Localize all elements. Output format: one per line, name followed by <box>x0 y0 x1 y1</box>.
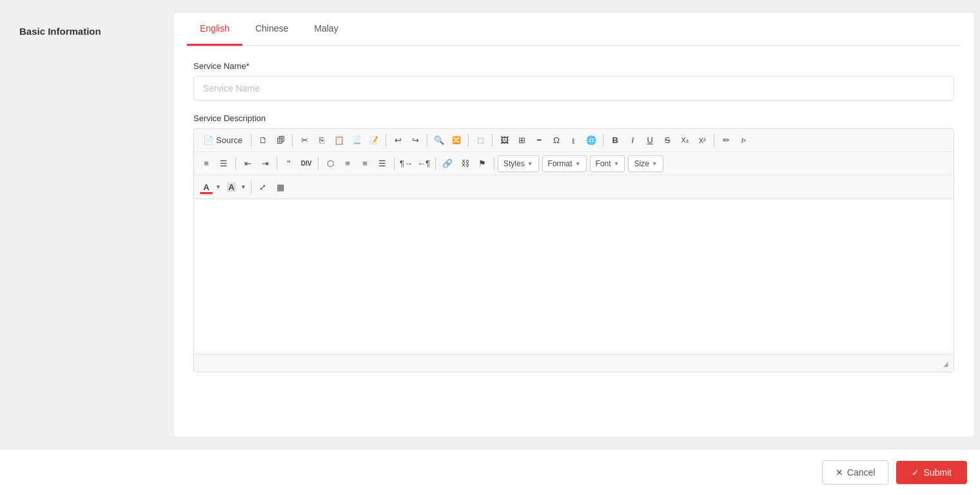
font-color-indicator <box>200 192 213 194</box>
divider-8 <box>714 134 714 147</box>
align-center-button[interactable]: ≡ <box>339 155 356 172</box>
ltr-button[interactable]: ¶→ <box>398 155 415 172</box>
cancel-icon: ✕ <box>836 467 843 478</box>
source-button[interactable]: 📄 Source <box>198 132 248 149</box>
bold-button[interactable]: B <box>607 132 623 149</box>
main-content: English Chinese Malay Service Name* Serv… <box>174 13 974 436</box>
page-break-button[interactable]: ⫿ <box>565 132 582 149</box>
anchor-button[interactable]: ⚑ <box>474 155 491 172</box>
bg-color-dropdown-arrow[interactable]: ▼ <box>240 184 246 190</box>
new-doc-button[interactable]: 🗋 <box>255 132 271 149</box>
font-color-icon: A <box>203 182 209 192</box>
align-justify-button[interactable]: ☰ <box>374 155 391 172</box>
service-description-label: Service Description <box>193 113 954 123</box>
document-icon: 📄 <box>203 135 213 145</box>
rich-text-editor: 📄 Source 🗋 🗐 ✂ ⎘ 📋 📃 📝 <box>193 128 954 373</box>
table-button[interactable]: ⊞ <box>513 132 530 149</box>
styles-arrow-icon: ▼ <box>527 160 533 167</box>
image-button[interactable]: 🖼 <box>496 132 513 149</box>
align-right-button[interactable]: ≡ <box>357 155 373 172</box>
cut-button[interactable]: ✂ <box>296 132 313 149</box>
div-button[interactable]: DIV <box>298 155 315 172</box>
replace-button[interactable]: 🔀 <box>448 132 465 149</box>
toolbar-row-2: ≡ ☰ ⇤ ⇥ " DIV ⬡ ≡ ≡ ☰ <box>194 152 954 175</box>
size-dropdown[interactable]: Size ▼ <box>628 155 663 172</box>
paste-text-button[interactable]: 📃 <box>348 132 365 149</box>
rtl-button[interactable]: ←¶ <box>415 155 432 172</box>
strikethrough-button[interactable]: S <box>659 132 676 149</box>
ordered-list-button[interactable]: ≡ <box>198 155 215 172</box>
divider-5 <box>468 134 469 147</box>
align-left-button[interactable]: ⬡ <box>322 155 338 172</box>
italic-button[interactable]: I <box>624 132 641 149</box>
bg-color-button[interactable]: A <box>223 179 240 195</box>
special-char-button[interactable]: Ω <box>548 132 565 149</box>
increase-indent-button[interactable]: ⇥ <box>257 155 273 172</box>
font-label: Font <box>596 159 611 168</box>
bg-color-icon: A <box>227 182 235 192</box>
decrease-indent-button[interactable]: ⇤ <box>239 155 256 172</box>
paste-from-word-button[interactable]: 📝 <box>366 132 382 149</box>
horizontal-line-button[interactable]: ━ <box>531 132 547 149</box>
divider-9 <box>235 157 236 170</box>
font-color-dropdown-arrow[interactable]: ▼ <box>215 184 221 190</box>
footer-bar: ✕ Cancel ✓ Submit <box>0 449 980 495</box>
divider-14 <box>494 157 495 170</box>
service-name-label: Service Name* <box>193 61 954 71</box>
divider-12 <box>394 157 395 170</box>
service-name-input[interactable] <box>193 76 954 101</box>
find-button[interactable]: 🔍 <box>431 132 447 149</box>
cancel-label: Cancel <box>847 467 876 478</box>
divider-2 <box>292 134 293 147</box>
redo-button[interactable]: ↪ <box>407 132 424 149</box>
remove-format-button[interactable]: ✏ <box>718 132 734 149</box>
toolbar-row-3: A ▼ A ▼ ⤢ ▦ <box>194 175 954 199</box>
blockquote-button[interactable]: " <box>280 155 297 172</box>
unordered-list-button[interactable]: ☰ <box>215 155 232 172</box>
divider-6 <box>492 134 493 147</box>
divider-10 <box>277 157 277 170</box>
format-dropdown[interactable]: Format ▼ <box>542 155 587 172</box>
service-description-group: Service Description 📄 Source 🗋 🗐 <box>193 113 954 373</box>
editor-toolbar: 📄 Source 🗋 🗐 ✂ ⎘ 📋 📃 📝 <box>194 129 954 199</box>
size-arrow-icon: ▼ <box>652 160 658 167</box>
cancel-button[interactable]: ✕ Cancel <box>822 460 889 485</box>
copy-button[interactable]: ⎘ <box>313 132 330 149</box>
iframe-button[interactable]: 🌐 <box>583 132 600 149</box>
select-all-button[interactable]: ⬚ <box>472 132 489 149</box>
templates-button[interactable]: 🗐 <box>272 132 289 149</box>
submit-button[interactable]: ✓ Submit <box>896 461 967 484</box>
divider-4 <box>427 134 427 147</box>
divider-3 <box>386 134 386 147</box>
tab-english[interactable]: English <box>187 13 242 46</box>
format-label: Format <box>548 159 573 168</box>
editor-content-area[interactable] <box>194 199 954 354</box>
underline-button[interactable]: U <box>642 132 658 149</box>
service-name-group: Service Name* <box>193 61 954 101</box>
submit-icon: ✓ <box>912 467 919 478</box>
styles-label: Styles <box>504 159 525 168</box>
format-arrow-icon: ▼ <box>575 160 581 167</box>
styles-dropdown[interactable]: Styles ▼ <box>498 155 539 172</box>
unlink-button[interactable]: ⛓ <box>456 155 473 172</box>
submit-label: Submit <box>923 467 952 478</box>
divider-1 <box>251 134 251 147</box>
undo-button[interactable]: ↩ <box>389 132 406 149</box>
maximize-button[interactable]: ⤢ <box>255 179 271 195</box>
font-dropdown[interactable]: Font ▼ <box>590 155 625 172</box>
tab-malay[interactable]: Malay <box>301 13 351 46</box>
source-label: Source <box>216 135 242 145</box>
divider-7 <box>603 134 603 147</box>
subscript-button[interactable]: X₂ <box>676 132 693 149</box>
editor-statusbar: ◢ <box>194 354 954 372</box>
resize-handle-icon: ◢ <box>943 360 950 367</box>
superscript-button[interactable]: X² <box>694 132 710 149</box>
clear-format-button[interactable]: Ix <box>735 132 752 149</box>
font-color-button[interactable]: A <box>198 179 215 195</box>
paste-button[interactable]: 📋 <box>331 132 348 149</box>
tab-chinese[interactable]: Chinese <box>242 13 301 46</box>
sidebar: Basic Information <box>0 13 174 436</box>
show-blocks-button[interactable]: ▦ <box>272 179 289 195</box>
link-button[interactable]: 🔗 <box>439 155 456 172</box>
language-tabs: English Chinese Malay <box>187 13 961 46</box>
